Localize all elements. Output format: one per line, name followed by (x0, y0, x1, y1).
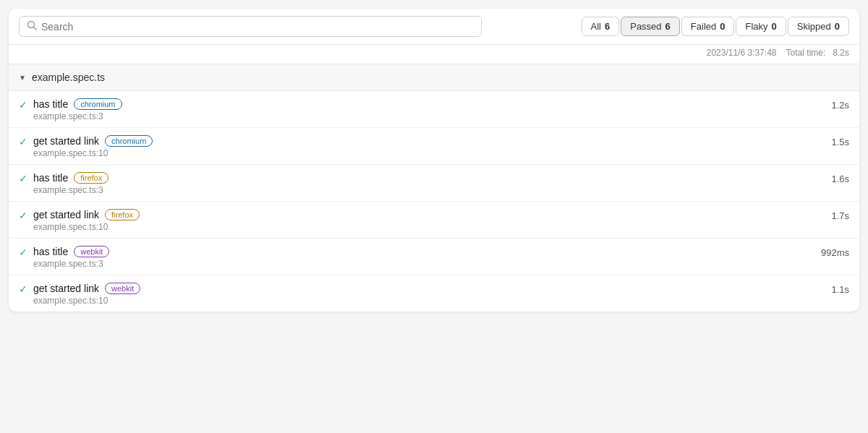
test-info: has title chromium example.spec.ts:3 (33, 98, 825, 121)
test-list: ✓ has title chromium example.spec.ts:3 1… (9, 91, 859, 312)
total-time: 8.2s (833, 48, 849, 58)
test-title-row: get started link webkit (33, 283, 825, 294)
browser-badge: webkit (105, 283, 140, 294)
test-row[interactable]: ✓ get started link firefox example.spec.… (9, 202, 859, 239)
toolbar: All 6Passed 6Failed 0Flaky 0Skipped 0 (9, 9, 859, 45)
test-file: example.spec.ts:10 (33, 148, 825, 158)
test-name: has title (33, 172, 68, 184)
total-time-label: Total time: (786, 48, 826, 58)
filter-tab-label: Flaky (745, 21, 767, 32)
filter-tab-label: Passed (630, 21, 661, 32)
test-row[interactable]: ✓ has title webkit example.spec.ts:3 992… (9, 239, 859, 275)
chevron-down-icon: ▼ (19, 74, 26, 82)
filter-tab-label: Skipped (797, 21, 831, 32)
search-box[interactable] (19, 16, 482, 37)
test-row[interactable]: ✓ has title chromium example.spec.ts:3 1… (9, 91, 859, 128)
browser-badge: firefox (105, 209, 140, 220)
test-name: get started link (33, 283, 99, 294)
browser-badge: firefox (74, 172, 109, 184)
test-title-row: get started link firefox (33, 209, 825, 220)
suite-header[interactable]: ▼ example.spec.ts (9, 64, 859, 91)
filter-tab-failed[interactable]: Failed 0 (681, 17, 735, 36)
filter-tab-count: 6 (605, 21, 610, 32)
test-title-row: has title chromium (33, 98, 825, 110)
test-duration: 1.2s (831, 98, 849, 111)
test-duration: 1.5s (831, 135, 849, 147)
test-duration: 1.1s (831, 283, 849, 295)
filter-tab-count: 6 (665, 21, 671, 32)
test-title-row: has title webkit (33, 246, 815, 257)
test-file: example.spec.ts:3 (33, 185, 825, 195)
test-name: has title (33, 246, 68, 257)
test-info: has title webkit example.spec.ts:3 (33, 246, 815, 269)
test-duration: 992ms (821, 246, 849, 258)
test-name: has title (33, 98, 68, 110)
test-name: get started link (33, 209, 99, 220)
test-file: example.spec.ts:3 (33, 259, 815, 269)
suite-name: example.spec.ts (32, 72, 105, 83)
test-row[interactable]: ✓ has title firefox example.spec.ts:3 1.… (9, 165, 859, 202)
test-duration: 1.7s (831, 209, 849, 221)
filter-tab-label: Failed (691, 21, 716, 32)
test-info: get started link firefox example.spec.ts… (33, 209, 825, 232)
browser-badge: chromium (74, 98, 122, 110)
test-info: get started link webkit example.spec.ts:… (33, 283, 825, 306)
search-input[interactable] (41, 21, 474, 33)
pass-icon: ✓ (19, 210, 27, 221)
filter-tab-all[interactable]: All 6 (582, 17, 620, 36)
test-name: get started link (33, 135, 99, 147)
test-title-row: has title firefox (33, 172, 825, 184)
test-info: has title firefox example.spec.ts:3 (33, 172, 825, 195)
timestamp: 2023/11/6 3:37:48 (707, 48, 777, 58)
filter-tab-count: 0 (720, 21, 725, 32)
test-row[interactable]: ✓ get started link webkit example.spec.t… (9, 275, 859, 312)
search-icon (27, 20, 37, 33)
meta-row: 2023/11/6 3:37:48 Total time: 8.2s (9, 45, 859, 64)
pass-icon: ✓ (19, 99, 27, 111)
filter-tab-count: 0 (835, 21, 840, 32)
pass-icon: ✓ (19, 283, 27, 295)
test-results-container: All 6Passed 6Failed 0Flaky 0Skipped 0 20… (9, 9, 859, 312)
pass-icon: ✓ (19, 136, 27, 147)
browser-badge: webkit (74, 246, 109, 257)
test-file: example.spec.ts:3 (33, 111, 825, 121)
filter-tab-skipped[interactable]: Skipped 0 (788, 17, 849, 36)
filter-tab-count: 0 (772, 21, 777, 32)
pass-icon: ✓ (19, 246, 27, 258)
svg-line-1 (34, 27, 37, 30)
test-file: example.spec.ts:10 (33, 222, 825, 232)
filter-tabs: All 6Passed 6Failed 0Flaky 0Skipped 0 (582, 17, 849, 36)
test-duration: 1.6s (831, 172, 849, 184)
test-file: example.spec.ts:10 (33, 296, 825, 306)
filter-tab-passed[interactable]: Passed 6 (621, 17, 680, 36)
test-info: get started link chromium example.spec.t… (33, 135, 825, 158)
test-title-row: get started link chromium (33, 135, 825, 147)
filter-tab-label: All (591, 21, 601, 32)
test-row[interactable]: ✓ get started link chromium example.spec… (9, 128, 859, 165)
pass-icon: ✓ (19, 173, 27, 184)
filter-tab-flaky[interactable]: Flaky 0 (736, 17, 786, 36)
browser-badge: chromium (105, 135, 153, 147)
